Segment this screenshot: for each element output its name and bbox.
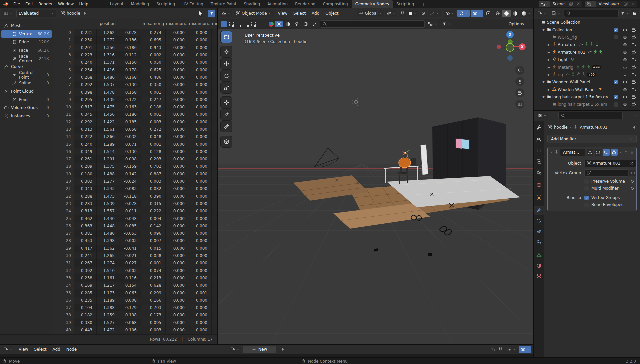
- node-snap-toggle[interactable]: [497, 346, 504, 353]
- table-row[interactable]: 50.2541.4160.1780.6250.0000.000: [53, 66, 217, 73]
- outliner-search-input[interactable]: [571, 11, 606, 16]
- expand-icon[interactable]: ▶: [547, 58, 551, 61]
- tab-sculpting[interactable]: Sculpting: [153, 0, 179, 8]
- modifier-name-field[interactable]: Armat...: [560, 149, 585, 156]
- pin-icon[interactable]: [82, 11, 87, 16]
- node-tree-icon-button[interactable]: [229, 346, 241, 353]
- select-mode-subtract[interactable]: [235, 21, 242, 27]
- node-menu-select[interactable]: Select: [31, 346, 49, 353]
- eye-icon[interactable]: [621, 35, 629, 40]
- cage-display-toggle[interactable]: [595, 149, 601, 156]
- node-overlays-dropdown[interactable]: [519, 346, 531, 353]
- column-mixamorig-2[interactable]: mixamori...: [166, 19, 189, 29]
- tab-texture[interactable]: [534, 272, 544, 281]
- new-node-tree-button[interactable]: New: [243, 346, 276, 353]
- tab-object[interactable]: [534, 193, 544, 202]
- table-row[interactable]: 330.2381.1610.1160.2130.0000.000: [53, 274, 217, 282]
- dataset-face[interactable]: Face 60.2K: [1, 46, 52, 55]
- vertex-group-field[interactable]: [584, 169, 628, 177]
- expand-icon[interactable]: ▶: [547, 88, 551, 91]
- table-row[interactable]: 70.2921.5370.1300.3500.0000.000: [53, 81, 217, 88]
- table-row[interactable]: 310.2671.2740.0270.0010.0000.000: [53, 259, 217, 267]
- table-row[interactable]: 320.3921.5100.0030.0740.0000.000: [53, 267, 217, 274]
- scene-unlink-icon[interactable]: [575, 1, 582, 7]
- animate-decorator[interactable]: [631, 187, 634, 190]
- tab-tool[interactable]: [534, 123, 544, 132]
- column-position[interactable]: position: [74, 19, 141, 29]
- camera-visibility-icon[interactable]: [630, 65, 638, 70]
- camera-view-button[interactable]: [515, 88, 524, 97]
- invert-vertex-group-button[interactable]: [629, 170, 636, 176]
- expand-icon[interactable]: ▶: [547, 73, 551, 76]
- properties-filter-icon[interactable]: [635, 114, 638, 117]
- viewlayer-remove-icon[interactable]: [629, 1, 637, 7]
- tab-compositing[interactable]: Compositing: [319, 0, 351, 8]
- table-row[interactable]: 380.1821.259-0.1980.1730.0000.000: [53, 311, 217, 319]
- properties-search-input[interactable]: [565, 113, 607, 118]
- light-icon-button[interactable]: [293, 21, 300, 27]
- table-row[interactable]: 210.3431.343-0.0830.0820.0000.000: [53, 185, 217, 192]
- camera-visibility-icon[interactable]: [630, 102, 638, 107]
- expand-icon[interactable]: ▼: [541, 95, 546, 99]
- tool-annotate[interactable]: [221, 109, 232, 120]
- column-mixamorig-3[interactable]: mixamori...: [189, 19, 212, 29]
- filter-dropdown[interactable]: [440, 20, 453, 28]
- pivot-dropdown[interactable]: [385, 10, 397, 17]
- tab-world[interactable]: [534, 181, 544, 189]
- expand-icon[interactable]: ▶: [547, 43, 551, 46]
- table-row[interactable]: 280.4531.398-0.0030.0070.0000.000: [53, 237, 217, 244]
- camera-visibility-icon[interactable]: [630, 42, 638, 47]
- select-mode-intersect[interactable]: [250, 21, 257, 27]
- camera-visibility-icon[interactable]: [630, 57, 638, 62]
- table-row[interactable]: 370.1041.388-0.1790.7030.0000.000: [53, 304, 217, 311]
- tab-constraints[interactable]: [534, 238, 544, 247]
- bone-envelopes-checkbox[interactable]: [584, 203, 589, 207]
- eye-icon[interactable]: [621, 102, 629, 107]
- filter-button[interactable]: [208, 10, 215, 17]
- tool-cursor[interactable]: [221, 46, 232, 57]
- select-mode-extend[interactable]: [228, 21, 235, 27]
- options-dropdown[interactable]: Options: [509, 22, 529, 26]
- outliner-item-wooden-wall-panel[interactable]: ▶ Wooden Wall Panel: [534, 86, 640, 93]
- pan-button[interactable]: [515, 77, 524, 86]
- scene-copy-icon[interactable]: [567, 1, 575, 7]
- xray-toggle[interactable]: [485, 10, 492, 17]
- dataset-instances[interactable]: Instances 0: [1, 112, 52, 120]
- tool-measure[interactable]: [221, 121, 232, 132]
- node-snap-target-dropdown[interactable]: [505, 346, 518, 353]
- table-row[interactable]: 60.2681.4860.1680.4860.0000.000: [53, 74, 217, 81]
- tab-scripting[interactable]: Scripting: [393, 0, 418, 8]
- viewport-search-input[interactable]: [327, 21, 415, 27]
- collection-visibility-dropdown[interactable]: [426, 20, 439, 28]
- pin-icon[interactable]: [632, 125, 637, 130]
- dataset-mesh[interactable]: Mesh: [1, 22, 52, 30]
- outliner-editor-type-button[interactable]: [536, 10, 548, 17]
- expand-icon[interactable]: ▼: [541, 28, 546, 32]
- gizmo-x-ball[interactable]: X: [519, 43, 526, 50]
- outliner-search[interactable]: [564, 10, 619, 17]
- realtime-display-toggle[interactable]: [603, 149, 609, 156]
- outliner-item-collection[interactable]: ▼ Collection: [534, 26, 640, 33]
- expand-icon[interactable]: ▼: [541, 80, 546, 84]
- shading-solid[interactable]: [502, 10, 511, 17]
- column-mixamorig[interactable]: mixamorig: [141, 19, 166, 29]
- viewport-menu-object[interactable]: Object: [322, 10, 341, 17]
- add-workspace-button[interactable]: +: [418, 0, 429, 8]
- tab-animation[interactable]: Animation: [264, 0, 291, 8]
- table-row[interactable]: 240.3131.557-0.0110.2220.0000.000: [53, 207, 217, 215]
- outliner-item-armature-001[interactable]: ▶ Armature.001: [534, 49, 640, 56]
- editor-type-button[interactable]: [2, 10, 14, 17]
- dataset-volume-grids[interactable]: Volume Grids 0: [1, 104, 52, 112]
- table-row[interactable]: 80.3981.4780.1580.0010.0000.000: [53, 88, 217, 96]
- eye-icon[interactable]: [621, 28, 629, 32]
- outliner-item-long-hair-carpet-1-5x-8m-grey[interactable]: ▼ long hair carpet 1.5x.8m grey: [534, 93, 640, 101]
- tab-view-layer[interactable]: [534, 157, 544, 166]
- eye-icon[interactable]: [621, 80, 629, 84]
- table-row[interactable]: 230.2831.539-0.0780.3150.0000.000: [53, 200, 217, 207]
- camera-visibility-icon[interactable]: [630, 80, 638, 84]
- table-row[interactable]: 140.2221.2660.0320.0480.0000.000: [53, 133, 217, 140]
- menu-file[interactable]: File: [11, 1, 23, 7]
- shading-ball-icon[interactable]: [284, 21, 291, 27]
- table-row[interactable]: 180.2091.375-0.1590.7020.0000.000: [53, 163, 217, 170]
- dataset-point[interactable]: Point 0: [1, 95, 52, 104]
